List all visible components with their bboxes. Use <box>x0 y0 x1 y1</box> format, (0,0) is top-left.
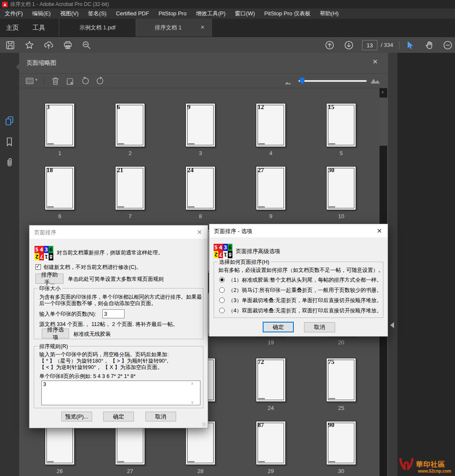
page-thumbnail[interactable]: 7525 <box>326 358 356 402</box>
select-tool-icon[interactable] <box>405 40 415 50</box>
bookmarks-icon[interactable] <box>4 136 14 147</box>
menu-item[interactable]: 视图(V) <box>55 9 83 19</box>
zoom-out-icon[interactable] <box>443 40 453 50</box>
attachments-icon[interactable] <box>4 157 14 168</box>
thumbnail-page[interactable]: 24 <box>185 166 215 210</box>
shuffle-mode-option-1[interactable]: （1）标准或胶装:整个文档从头到尾，每帖的排序方式全都一样。 <box>214 276 383 286</box>
radio-button[interactable] <box>219 277 225 283</box>
menu-item[interactable]: 文件(F) <box>0 9 28 19</box>
page-number-input[interactable] <box>362 40 377 50</box>
tab-close-icon[interactable]: ✕ <box>200 24 205 30</box>
save-icon[interactable] <box>5 40 15 50</box>
menu-item[interactable]: PitStop Pro <box>154 9 191 19</box>
shuffle-mode-option-3[interactable]: （3）单面裁切堆叠:无需折页，单面打印后直接切开按顺序堆放。 <box>214 296 383 306</box>
thumbnail-page[interactable]: 27 <box>256 166 286 210</box>
shuffle-options-button[interactable]: 排序选项 <box>42 329 69 338</box>
create-new-document-checkbox[interactable] <box>35 264 41 270</box>
rotate-counterclockwise-icon[interactable] <box>80 76 90 86</box>
cloud-upload-icon[interactable] <box>43 40 54 50</box>
next-page-icon[interactable] <box>344 40 354 50</box>
thumbnail-zoom-slider-handle[interactable] <box>300 78 304 84</box>
thumbnail-footer-mark <box>329 461 335 462</box>
star-favorites-icon[interactable] <box>24 40 35 50</box>
scrollbar-thumb[interactable] <box>380 98 387 146</box>
shuffle-mode-option-2[interactable]: （2）骑马订:所有印张一起重叠折页，一般用于页数较少的书册。 <box>214 286 383 296</box>
tab-home[interactable]: 主页 <box>6 19 19 37</box>
dialog-close-icon[interactable]: ✕ <box>377 227 382 235</box>
dialog-title-bar[interactable]: 页面排序 ✕ <box>29 225 208 239</box>
page-thumbnail[interactable]: 279 <box>256 166 286 210</box>
menu-item[interactable]: PitStop Pro 仪表板 <box>260 9 315 19</box>
previous-page-icon[interactable] <box>325 40 335 50</box>
ok-button[interactable]: 确定 <box>103 412 134 421</box>
radio-button[interactable] <box>219 297 225 303</box>
thumbnail-sheet-number: 3 <box>46 104 50 111</box>
page-thumbnail[interactable]: 9030 <box>326 421 356 465</box>
document-tab-inactive[interactable]: 示例文档 1.pdf <box>59 19 136 37</box>
thumbnail-page[interactable]: 72 <box>256 358 286 402</box>
pages-per-sheet-input[interactable] <box>102 309 125 318</box>
page-thumbnail[interactable]: 186 <box>45 166 75 210</box>
rotate-clockwise-icon[interactable] <box>95 76 105 86</box>
page-thumbnail[interactable]: 217 <box>115 166 145 210</box>
shuffle-assistant-button[interactable]: 排序助手... <box>35 274 64 284</box>
resize-grip[interactable] <box>202 422 206 427</box>
shuffle-mode-option-4[interactable]: （4）双面裁切堆叠:无需折页，双面打印后直接切开按顺序堆放。 <box>214 306 383 317</box>
page-thumbnail[interactable]: 155 <box>326 103 356 147</box>
print-icon[interactable] <box>63 40 73 50</box>
thumbnail-page[interactable]: 90 <box>326 421 356 465</box>
delete-pages-icon[interactable] <box>50 76 61 86</box>
page-thumbnails-icon[interactable] <box>4 115 14 127</box>
preview-button[interactable]: 预览(P)... <box>61 412 92 421</box>
page-thumbnail[interactable]: 8729 <box>256 421 286 465</box>
thumbnail-footer-mark <box>258 398 265 399</box>
hand-tool-icon[interactable] <box>424 40 435 50</box>
thumbnail-zoom-slider[interactable] <box>299 80 367 82</box>
shuffle-icon-tile: 3 <box>44 246 49 253</box>
page-thumbnail[interactable]: 124 <box>256 103 286 147</box>
thumbnail-page[interactable]: 3 <box>45 103 75 147</box>
thumbnail-options-icon[interactable] <box>25 76 35 86</box>
page-thumbnail[interactable]: 7224 <box>256 358 286 402</box>
thumbnail-page[interactable]: 87 <box>256 421 286 465</box>
panel-close-icon[interactable]: ✕ <box>372 58 378 66</box>
tab-tools[interactable]: 工具 <box>32 19 45 37</box>
document-tab-active[interactable]: 排序文档 1 ✕ <box>136 19 212 37</box>
ok-button[interactable]: 确定 <box>263 322 294 332</box>
thumbnail-page[interactable]: 18 <box>45 166 75 210</box>
cancel-button[interactable]: 取消 <box>145 412 176 421</box>
menu-item[interactable]: 增效工具(P) <box>191 9 230 19</box>
watermark-logo-icon <box>398 458 414 473</box>
menu-item[interactable]: 帮助(H) <box>315 9 343 19</box>
thumbnail-page[interactable]: 75 <box>326 358 356 402</box>
thumbnail-page[interactable]: 30 <box>326 166 356 210</box>
thumbnail-page-label: 1 <box>45 150 75 156</box>
textarea-scroll-down-icon[interactable]: ∨ <box>191 400 194 404</box>
menu-item[interactable]: 签名(S) <box>83 9 111 19</box>
insert-pages-icon[interactable] <box>65 76 75 86</box>
collapse-panel-icon[interactable] <box>390 322 394 328</box>
menu-item[interactable]: 编辑(E) <box>28 9 55 19</box>
page-thumbnail[interactable]: 62 <box>115 103 145 147</box>
page-thumbnail[interactable]: 31 <box>45 103 75 147</box>
shuffle-rule-textarea[interactable]: 3 <box>41 381 200 405</box>
thumbnail-page[interactable]: 21 <box>115 166 145 210</box>
page-thumbnail[interactable]: 3010 <box>326 166 356 210</box>
radio-button[interactable] <box>219 308 225 313</box>
thumbnail-page-label: 7 <box>115 213 145 219</box>
search-icon[interactable] <box>81 40 92 50</box>
page-thumbnail[interactable]: 248 <box>185 166 215 210</box>
page-thumbnail[interactable]: 93 <box>185 103 215 147</box>
dialog-close-icon[interactable]: ✕ <box>197 228 202 236</box>
textarea-scroll-up-icon[interactable]: ∧ <box>191 381 194 386</box>
thumbnail-page[interactable]: 12 <box>256 103 286 147</box>
menu-item[interactable]: Certified PDF <box>111 9 154 19</box>
thumbnail-page[interactable]: 6 <box>115 103 145 147</box>
thumbnail-page[interactable]: 9 <box>185 103 215 147</box>
scroll-up-icon[interactable]: ∧ <box>381 90 384 94</box>
thumbnail-page[interactable]: 15 <box>326 103 356 147</box>
dialog-title-bar[interactable]: 页面排序 - 选项 ✕ <box>209 224 388 237</box>
menu-item[interactable]: 窗口(W) <box>230 9 260 19</box>
cancel-button[interactable]: 取消 <box>304 322 335 332</box>
radio-button[interactable] <box>219 287 225 293</box>
